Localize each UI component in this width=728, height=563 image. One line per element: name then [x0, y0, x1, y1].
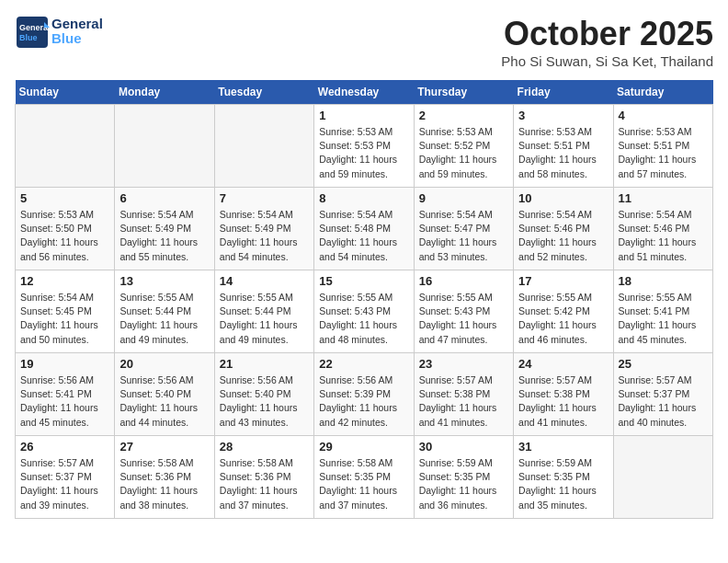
calendar-cell [613, 436, 712, 519]
day-info: Sunrise: 5:58 AM Sunset: 5:36 PM Dayligh… [220, 456, 309, 512]
day-number: 7 [220, 191, 309, 205]
calendar-cell: 23Sunrise: 5:57 AM Sunset: 5:38 PM Dayli… [414, 353, 513, 436]
calendar-cell: 21Sunrise: 5:56 AM Sunset: 5:40 PM Dayli… [214, 353, 313, 436]
day-info: Sunrise: 5:54 AM Sunset: 5:48 PM Dayligh… [319, 208, 408, 264]
page-header: General Blue General Blue October 2025 P… [15, 15, 713, 69]
day-info: Sunrise: 5:55 AM Sunset: 5:43 PM Dayligh… [419, 291, 508, 347]
day-info: Sunrise: 5:55 AM Sunset: 5:44 PM Dayligh… [119, 291, 209, 347]
day-number: 9 [419, 191, 508, 205]
logo-text-blue: Blue [51, 31, 103, 47]
week-row-3: 12Sunrise: 5:54 AM Sunset: 5:45 PM Dayli… [16, 270, 713, 353]
calendar-cell: 31Sunrise: 5:59 AM Sunset: 5:35 PM Dayli… [514, 436, 613, 519]
day-number: 1 [319, 109, 408, 122]
calendar-cell [16, 105, 115, 188]
svg-text:Blue: Blue [19, 33, 38, 42]
day-number: 31 [518, 440, 608, 454]
day-info: Sunrise: 5:54 AM Sunset: 5:49 PM Dayligh… [119, 208, 209, 264]
day-info: Sunrise: 5:53 AM Sunset: 5:52 PM Dayligh… [419, 125, 508, 181]
calendar-cell: 24Sunrise: 5:57 AM Sunset: 5:38 PM Dayli… [514, 353, 613, 436]
day-info: Sunrise: 5:55 AM Sunset: 5:42 PM Dayligh… [518, 291, 608, 347]
calendar-cell: 11Sunrise: 5:54 AM Sunset: 5:46 PM Dayli… [613, 188, 712, 270]
logo: General Blue General Blue [15, 15, 103, 48]
title-block: October 2025 Pho Si Suwan, Si Sa Ket, Th… [501, 15, 713, 69]
calendar-cell: 5Sunrise: 5:53 AM Sunset: 5:50 PM Daylig… [16, 188, 115, 270]
day-number: 17 [518, 274, 608, 288]
calendar-cell: 10Sunrise: 5:54 AM Sunset: 5:46 PM Dayli… [514, 188, 613, 270]
day-number: 16 [419, 274, 508, 288]
day-number: 26 [20, 440, 109, 454]
month-title: October 2025 [501, 15, 713, 53]
day-info: Sunrise: 5:54 AM Sunset: 5:47 PM Dayligh… [419, 208, 508, 264]
calendar-table: Sunday Monday Tuesday Wednesday Thursday… [15, 80, 713, 519]
day-info: Sunrise: 5:56 AM Sunset: 5:41 PM Dayligh… [20, 373, 109, 430]
day-number: 13 [119, 274, 209, 288]
calendar-cell: 14Sunrise: 5:55 AM Sunset: 5:44 PM Dayli… [214, 270, 313, 353]
day-number: 24 [518, 357, 608, 371]
calendar-cell: 29Sunrise: 5:58 AM Sunset: 5:35 PM Dayli… [314, 436, 414, 519]
day-info: Sunrise: 5:56 AM Sunset: 5:40 PM Dayligh… [220, 373, 309, 430]
day-info: Sunrise: 5:57 AM Sunset: 5:37 PM Dayligh… [20, 456, 109, 512]
day-info: Sunrise: 5:54 AM Sunset: 5:45 PM Dayligh… [20, 291, 109, 347]
week-row-1: 1Sunrise: 5:53 AM Sunset: 5:53 PM Daylig… [16, 105, 713, 188]
week-row-2: 5Sunrise: 5:53 AM Sunset: 5:50 PM Daylig… [16, 188, 713, 270]
day-number: 30 [419, 440, 508, 454]
calendar-cell: 12Sunrise: 5:54 AM Sunset: 5:45 PM Dayli… [16, 270, 115, 353]
calendar-cell: 16Sunrise: 5:55 AM Sunset: 5:43 PM Dayli… [414, 270, 513, 353]
day-info: Sunrise: 5:53 AM Sunset: 5:51 PM Dayligh… [619, 125, 708, 181]
calendar-cell: 8Sunrise: 5:54 AM Sunset: 5:48 PM Daylig… [314, 188, 414, 270]
calendar-cell: 22Sunrise: 5:56 AM Sunset: 5:39 PM Dayli… [314, 353, 414, 436]
calendar-cell: 13Sunrise: 5:55 AM Sunset: 5:44 PM Dayli… [115, 270, 214, 353]
day-info: Sunrise: 5:57 AM Sunset: 5:38 PM Dayligh… [518, 373, 608, 430]
week-row-4: 19Sunrise: 5:56 AM Sunset: 5:41 PM Dayli… [16, 353, 713, 436]
calendar-cell: 18Sunrise: 5:55 AM Sunset: 5:41 PM Dayli… [613, 270, 712, 353]
day-number: 21 [220, 357, 309, 371]
day-number: 4 [619, 109, 708, 122]
calendar-cell: 7Sunrise: 5:54 AM Sunset: 5:49 PM Daylig… [214, 188, 313, 270]
calendar-cell: 15Sunrise: 5:55 AM Sunset: 5:43 PM Dayli… [314, 270, 414, 353]
day-number: 23 [419, 357, 508, 371]
calendar-cell: 28Sunrise: 5:58 AM Sunset: 5:36 PM Dayli… [214, 436, 313, 519]
col-wednesday: Wednesday [314, 80, 414, 105]
day-number: 28 [220, 440, 309, 454]
day-number: 25 [619, 357, 708, 371]
calendar-cell [115, 105, 214, 188]
day-number: 27 [119, 440, 209, 454]
calendar-cell: 27Sunrise: 5:58 AM Sunset: 5:36 PM Dayli… [115, 436, 214, 519]
day-number: 3 [518, 109, 608, 122]
day-number: 5 [20, 191, 109, 205]
day-number: 18 [619, 274, 708, 288]
day-info: Sunrise: 5:58 AM Sunset: 5:35 PM Dayligh… [319, 456, 408, 512]
day-info: Sunrise: 5:56 AM Sunset: 5:40 PM Dayligh… [119, 373, 209, 430]
logo-icon: General Blue [15, 15, 48, 48]
col-tuesday: Tuesday [214, 80, 313, 105]
calendar-cell [214, 105, 313, 188]
day-number: 11 [619, 191, 708, 205]
col-friday: Friday [514, 80, 613, 105]
day-info: Sunrise: 5:57 AM Sunset: 5:37 PM Dayligh… [619, 373, 708, 430]
day-number: 19 [20, 357, 109, 371]
day-number: 10 [518, 191, 608, 205]
day-info: Sunrise: 5:55 AM Sunset: 5:43 PM Dayligh… [319, 291, 408, 347]
day-number: 29 [319, 440, 408, 454]
day-number: 6 [119, 191, 209, 205]
day-number: 8 [319, 191, 408, 205]
day-info: Sunrise: 5:54 AM Sunset: 5:49 PM Dayligh… [220, 208, 309, 264]
col-thursday: Thursday [414, 80, 513, 105]
calendar-cell: 1Sunrise: 5:53 AM Sunset: 5:53 PM Daylig… [314, 105, 414, 188]
calendar-cell: 30Sunrise: 5:59 AM Sunset: 5:35 PM Dayli… [414, 436, 513, 519]
calendar-cell: 19Sunrise: 5:56 AM Sunset: 5:41 PM Dayli… [16, 353, 115, 436]
location: Pho Si Suwan, Si Sa Ket, Thailand [501, 53, 713, 69]
day-number: 22 [319, 357, 408, 371]
calendar-cell: 25Sunrise: 5:57 AM Sunset: 5:37 PM Dayli… [613, 353, 712, 436]
calendar-cell: 2Sunrise: 5:53 AM Sunset: 5:52 PM Daylig… [414, 105, 513, 188]
day-info: Sunrise: 5:55 AM Sunset: 5:44 PM Dayligh… [220, 291, 309, 347]
week-row-5: 26Sunrise: 5:57 AM Sunset: 5:37 PM Dayli… [16, 436, 713, 519]
calendar-cell: 20Sunrise: 5:56 AM Sunset: 5:40 PM Dayli… [115, 353, 214, 436]
col-sunday: Sunday [16, 80, 115, 105]
svg-rect-0 [17, 17, 48, 48]
day-info: Sunrise: 5:53 AM Sunset: 5:50 PM Dayligh… [20, 208, 109, 264]
calendar-cell: 4Sunrise: 5:53 AM Sunset: 5:51 PM Daylig… [613, 105, 712, 188]
day-info: Sunrise: 5:53 AM Sunset: 5:53 PM Dayligh… [319, 125, 408, 181]
col-monday: Monday [115, 80, 214, 105]
day-info: Sunrise: 5:57 AM Sunset: 5:38 PM Dayligh… [419, 373, 508, 430]
